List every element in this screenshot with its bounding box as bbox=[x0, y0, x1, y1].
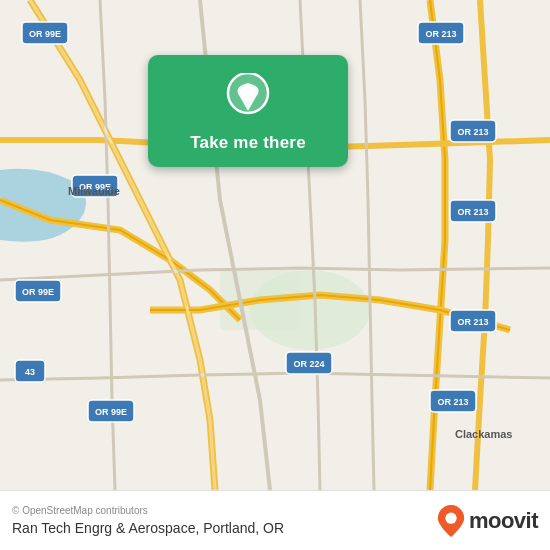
svg-text:OR 213: OR 213 bbox=[457, 207, 488, 217]
bottom-info: © OpenStreetMap contributors Ran Tech En… bbox=[12, 505, 284, 536]
svg-text:Clackamas: Clackamas bbox=[455, 428, 513, 440]
svg-text:OR 99E: OR 99E bbox=[29, 29, 61, 39]
bottom-bar: © OpenStreetMap contributors Ran Tech En… bbox=[0, 490, 550, 550]
svg-text:Milwaukie: Milwaukie bbox=[68, 185, 120, 197]
svg-text:OR 213: OR 213 bbox=[457, 317, 488, 327]
svg-text:OR 99E: OR 99E bbox=[95, 407, 127, 417]
take-me-there-button[interactable]: Take me there bbox=[190, 133, 306, 153]
moovit-logo: moovit bbox=[437, 505, 538, 537]
svg-text:OR 213: OR 213 bbox=[425, 29, 456, 39]
location-name: Ran Tech Engrg & Aerospace, Portland, OR bbox=[12, 520, 284, 536]
svg-text:OR 99E: OR 99E bbox=[22, 287, 54, 297]
copyright-text: © OpenStreetMap contributors bbox=[12, 505, 284, 516]
svg-point-30 bbox=[445, 512, 456, 523]
svg-text:OR 213: OR 213 bbox=[437, 397, 468, 407]
moovit-pin-icon bbox=[437, 505, 465, 537]
moovit-label: moovit bbox=[469, 508, 538, 534]
map-container: OR 99E OR 99E OR 99E OR 99E OR 213 OR 21… bbox=[0, 0, 550, 490]
svg-text:OR 213: OR 213 bbox=[457, 127, 488, 137]
location-card[interactable]: Take me there bbox=[148, 55, 348, 167]
svg-text:OR 224: OR 224 bbox=[293, 359, 324, 369]
location-pin-icon bbox=[226, 73, 270, 123]
svg-text:43: 43 bbox=[25, 367, 35, 377]
